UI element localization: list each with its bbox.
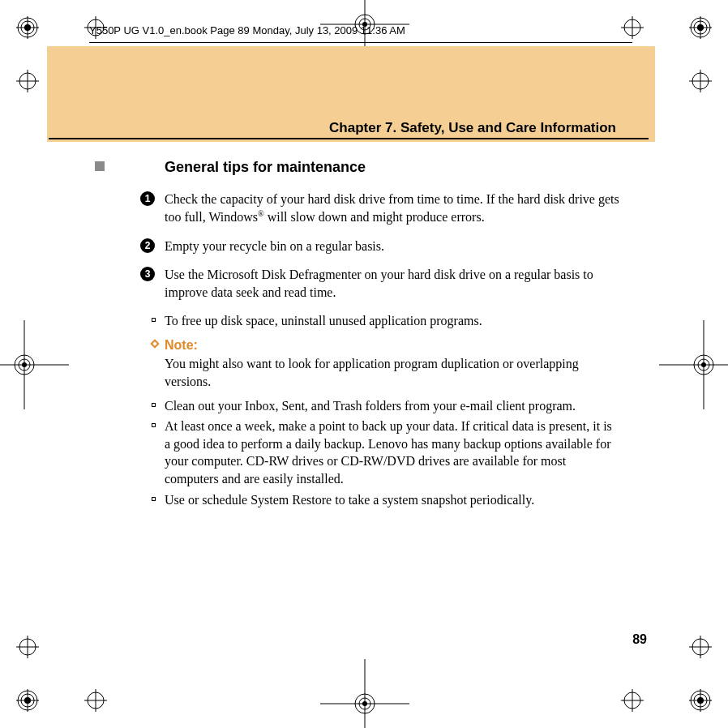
square-bullet-icon — [152, 403, 156, 407]
registration-mark-icon — [16, 16, 39, 39]
note-body: You might also want to look for applicat… — [165, 355, 620, 390]
bullet-item: Clean out your Inbox, Sent, and Trash fo… — [165, 397, 620, 415]
square-bullet-icon — [152, 318, 156, 322]
bullet-item: At least once a week, make a point to ba… — [165, 418, 620, 487]
note-diamond-icon — [150, 339, 160, 349]
bullet-item-text: Use or schedule System Restore to take a… — [165, 493, 534, 507]
numbered-bullet-icon: 3 — [140, 267, 155, 281]
section-heading-text: General tips for maintenance — [165, 159, 366, 175]
body-content: General tips for maintenance 1 Check the… — [118, 159, 620, 512]
chapter-rule — [49, 138, 649, 139]
edge-registration-icon — [659, 320, 728, 409]
bullet-item-text: At least once a week, make a point to ba… — [165, 419, 612, 486]
bullet-item: To free up disk space, uninstall unused … — [165, 312, 620, 330]
crop-mark-icon — [689, 70, 712, 92]
note-block: Note: You might also want to look for ap… — [165, 336, 620, 391]
page-number: 89 — [632, 632, 647, 647]
note-heading: Note: — [165, 336, 620, 354]
chapter-title: Chapter 7. Safety, Use and Care Informat… — [292, 120, 649, 136]
svg-point-58 — [22, 362, 27, 367]
numbered-item: 1 Check the capacity of your hard disk d… — [165, 191, 620, 226]
square-bullet-icon — [152, 423, 156, 427]
square-bullet-icon — [152, 497, 156, 501]
crop-mark-icon — [84, 689, 107, 712]
crop-mark-icon — [16, 70, 39, 92]
svg-point-63 — [701, 362, 706, 367]
numbered-item: 3 Use the Microsoft Disk Defragmenter on… — [165, 266, 620, 301]
numbered-item-text: Empty your recycle bin on a regular basi… — [165, 239, 384, 253]
crop-mark-icon — [689, 636, 712, 658]
registration-mark-icon — [689, 689, 712, 712]
bullet-item: Use or schedule System Restore to take a… — [165, 491, 620, 509]
edge-registration-icon — [320, 659, 409, 728]
section-heading: General tips for maintenance — [118, 159, 620, 176]
note-label: Note: — [165, 338, 198, 352]
numbered-item-text: Use the Microsoft Disk Defragmenter on y… — [165, 268, 593, 299]
registration-mark-icon — [16, 689, 39, 712]
running-header: Y550P UG V1.0_en.book Page 89 Monday, Ju… — [89, 24, 405, 36]
crop-mark-icon — [621, 689, 644, 712]
bullet-item-text: Clean out your Inbox, Sent, and Trash fo… — [165, 399, 576, 413]
numbered-item-text: Check the capacity of your hard disk dri… — [165, 192, 619, 224]
numbered-bullet-icon: 1 — [140, 191, 155, 206]
running-header-rule — [89, 42, 632, 43]
crop-mark-icon — [16, 636, 39, 658]
svg-point-53 — [362, 701, 367, 706]
numbered-item: 2 Empty your recycle bin on a regular ba… — [165, 238, 620, 255]
edge-registration-icon — [0, 320, 69, 409]
crop-mark-icon — [621, 16, 644, 39]
registration-mark-icon — [689, 16, 712, 39]
running-header-text: Y550P UG V1.0_en.book Page 89 Monday, Ju… — [89, 24, 405, 36]
numbered-bullet-icon: 2 — [140, 238, 155, 253]
section-marker-icon — [95, 161, 105, 171]
bullet-item-text: To free up disk space, uninstall unused … — [165, 314, 482, 328]
